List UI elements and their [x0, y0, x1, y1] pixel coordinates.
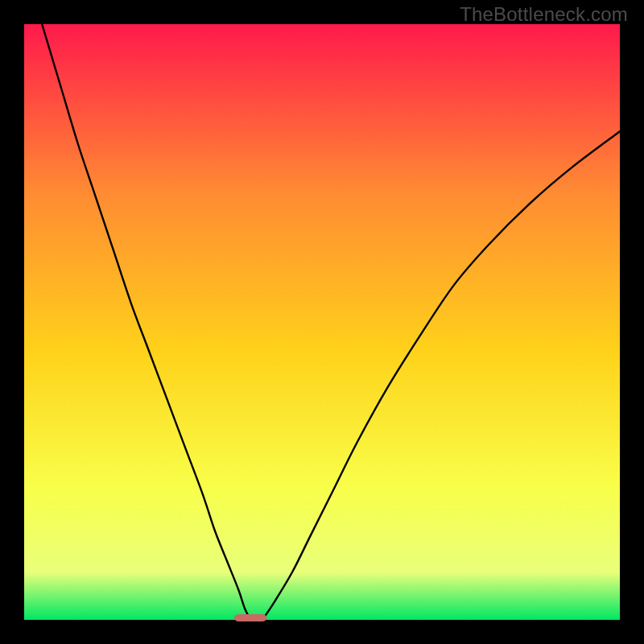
plot-background: [24, 24, 620, 620]
bottleneck-marker: [234, 614, 267, 621]
plot-area: [24, 24, 620, 621]
watermark-text: TheBottleneck.com: [460, 3, 628, 26]
chart-svg: [0, 0, 644, 644]
chart-stage: TheBottleneck.com: [0, 0, 644, 644]
